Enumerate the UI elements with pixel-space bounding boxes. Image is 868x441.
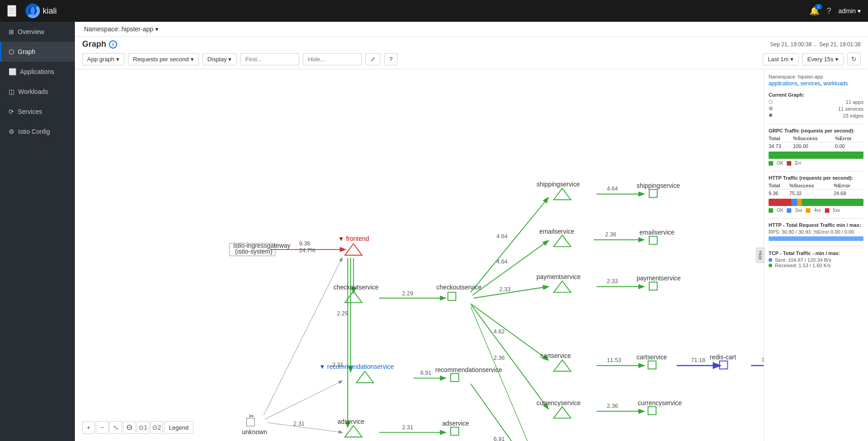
svg-line-48 xyxy=(471,307,548,441)
hamburger-menu-button[interactable]: ☰ xyxy=(7,5,16,17)
services-link[interactable]: services xyxy=(800,80,820,87)
grpc-err-label: Err xyxy=(795,161,801,166)
http-error: 24.68 xyxy=(833,190,863,197)
http-ok-label: OK xyxy=(777,208,783,213)
istio-config-icon: ⚙ xyxy=(9,128,15,135)
services-count: 11 services xyxy=(838,106,863,112)
fullscreen-button[interactable]: ⤢ xyxy=(365,53,380,65)
applications-link[interactable]: applications xyxy=(769,80,797,87)
graph-type-label: App graph xyxy=(87,56,114,63)
svg-text:71.18: 71.18 xyxy=(691,357,705,363)
hide-panel-button[interactable]: Hide xyxy=(756,247,764,263)
refresh-button[interactable]: ↻ xyxy=(847,53,861,65)
grpc-col-error: %Error xyxy=(835,135,863,142)
admin-label: admin xyxy=(838,7,856,15)
svg-text:71.16: 71.16 xyxy=(761,357,764,363)
grpc-total: 34.73 xyxy=(769,142,793,150)
sidebar-item-graph[interactable]: ⬡ Graph xyxy=(0,42,75,62)
display-dropdown[interactable]: Display ▾ xyxy=(202,53,237,65)
edges-count: 23 edges xyxy=(843,113,863,118)
svg-text:24.7%: 24.7% xyxy=(299,247,316,254)
tcp-received-label: Received: 1.53 / 1.60 K/s xyxy=(775,263,831,268)
svg-text:4.62: 4.62 xyxy=(493,328,505,335)
last-time-dropdown[interactable]: Last 1m ▾ xyxy=(763,53,799,65)
svg-text:✂: ✂ xyxy=(249,412,254,420)
help-button[interactable]: ? xyxy=(827,6,831,16)
svg-text:2.36: 2.36 xyxy=(605,231,616,238)
every-time-dropdown[interactable]: Every 15s ▾ xyxy=(802,53,843,65)
http-3xx-dot xyxy=(787,208,791,213)
divider-4 xyxy=(769,246,863,247)
svg-rect-74 xyxy=(720,361,728,369)
grpc-error: 0.00 xyxy=(835,142,863,150)
sidebar-item-overview[interactable]: ⊞ Overview xyxy=(0,22,75,42)
hide-input[interactable] xyxy=(303,53,362,65)
sidebar-item-istio-config[interactable]: ⚙ Istio Config xyxy=(0,122,75,142)
notification-count-badge: 2 xyxy=(815,4,822,10)
grpc-col-success: %Success xyxy=(793,135,835,142)
main-content: Namespace: hipster-app ▾ Graph i Sep 21,… xyxy=(75,22,868,441)
svg-text:9.36: 9.36 xyxy=(299,240,311,247)
svg-text:shippingservice: shippingservice xyxy=(537,181,580,188)
namespace-dropdown[interactable]: Namespace: hipster-app ▾ xyxy=(84,25,158,33)
graph-info-icon[interactable]: i xyxy=(109,40,117,49)
fit-button[interactable]: ⤡ xyxy=(109,421,122,434)
graph-title-row: Graph i Sep 21, 19:00:38 ... Sep 21, 19:… xyxy=(75,37,868,49)
metric-dropdown[interactable]: Requests per second ▾ xyxy=(128,53,199,65)
namespace-links: applications, services, workloads xyxy=(769,80,863,87)
http-total-bar xyxy=(769,236,863,241)
svg-text:cartservice: cartservice xyxy=(541,352,571,359)
svg-text:currencyservice: currencyservice xyxy=(638,399,682,407)
fullscreen-icon: ⤢ xyxy=(370,56,375,63)
svg-rect-80 xyxy=(451,373,459,382)
workloads-link[interactable]: workloads xyxy=(824,80,848,87)
svg-text:2.36: 2.36 xyxy=(607,403,618,409)
graph-canvas[interactable]: 9.36 24.7% 2.29 2.31 2.29 4.64 xyxy=(75,69,764,441)
refresh-icon: ↻ xyxy=(851,55,857,63)
http-3xx-label: 3xx xyxy=(795,208,802,213)
grpc-progress-bar xyxy=(769,152,863,159)
toolbar-help-button[interactable]: ? xyxy=(384,53,397,65)
services-count-row: ⚙ 11 services xyxy=(769,106,863,112)
grpc-col-total: Total xyxy=(769,135,793,142)
node-graph-2-button[interactable]: ⊙2 xyxy=(150,421,163,434)
sidebar-item-label-overview: Overview xyxy=(18,28,44,35)
svg-marker-86 xyxy=(345,426,362,437)
notification-bell-button[interactable]: 🔔 2 xyxy=(809,6,819,16)
admin-chevron-icon: ▾ xyxy=(858,7,861,15)
sidebar: ⊞ Overview ⬡ Graph ⬜ Applications ◫ Work… xyxy=(0,22,75,441)
services-icon: ⟳ xyxy=(9,108,14,115)
svg-marker-82 xyxy=(554,407,571,418)
sidebar-item-services[interactable]: ⟳ Services xyxy=(0,102,75,122)
http-5xx-label: 5xx xyxy=(833,208,840,213)
navbar: ☰ kiali 🔔 2 ? admin ▾ xyxy=(0,0,868,22)
graph-type-dropdown[interactable]: App graph ▾ xyxy=(82,53,124,65)
tcp-received-row: Received: 1.53 / 1.60 K/s xyxy=(769,263,863,268)
svg-text:11.53: 11.53 xyxy=(607,357,621,363)
zoom-in-button[interactable]: + xyxy=(82,421,95,434)
tcp-received-dot xyxy=(769,264,772,267)
zoom-out-button[interactable]: − xyxy=(96,421,108,434)
applications-icon: ⬜ xyxy=(9,68,16,75)
sidebar-item-applications[interactable]: ⬜ Applications xyxy=(0,62,75,82)
svg-text:checkoutservice: checkoutservice xyxy=(436,284,482,291)
node-graph-1-button[interactable]: ⊙1 xyxy=(137,421,149,434)
svg-text:2.29: 2.29 xyxy=(337,310,348,317)
http-total-section: HTTP - Total Request Traffic min / max: … xyxy=(769,222,863,241)
http-col-error: %Error xyxy=(833,182,863,190)
every-time-label: Every 15s xyxy=(807,56,833,63)
find-input[interactable] xyxy=(240,53,299,65)
time-range-label: Sep 21, 19:00:38 ... Sep 21, 19:01:38 xyxy=(770,41,861,48)
svg-line-46 xyxy=(265,381,342,419)
namespace-graph-button[interactable] xyxy=(123,421,136,434)
svg-text:paymentservice: paymentservice xyxy=(636,274,681,282)
apps-count-row: ⬡ 11 apps xyxy=(769,99,863,105)
legend-button[interactable]: Legend xyxy=(164,421,193,434)
admin-menu-button[interactable]: admin ▾ xyxy=(838,7,861,15)
navbar-right: 🔔 2 ? admin ▾ xyxy=(809,6,861,16)
tcp-sent-dot xyxy=(769,258,772,262)
sidebar-item-workloads[interactable]: ◫ Workloads xyxy=(0,82,75,102)
svg-text:4.64: 4.64 xyxy=(497,233,508,240)
svg-text:unknown: unknown xyxy=(242,428,267,436)
toolbar-help-icon: ? xyxy=(389,56,392,63)
